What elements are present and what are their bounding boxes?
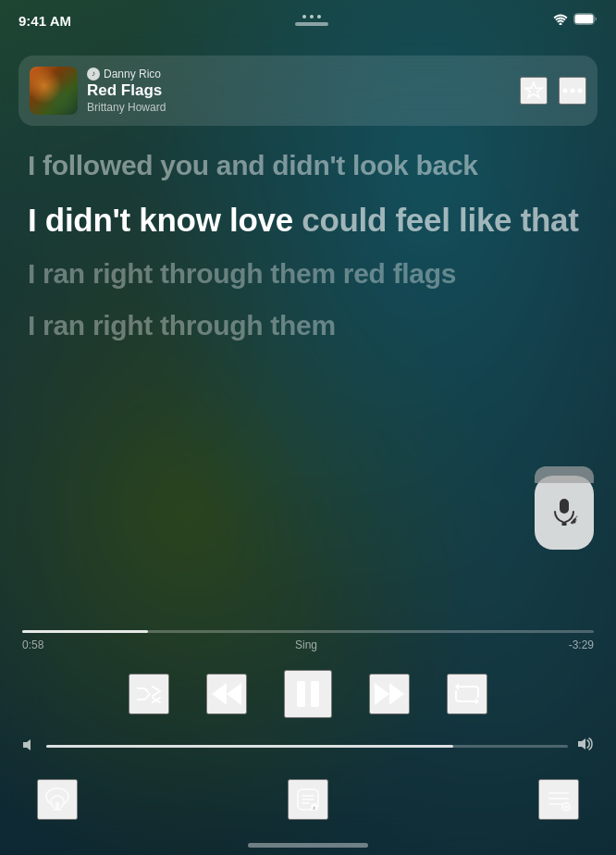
svg-marker-17 [23, 739, 31, 750]
dot3 [317, 15, 321, 19]
progress-bar-bg[interactable] [22, 630, 594, 633]
status-time: 9:41 AM [18, 13, 71, 29]
shuffle-button[interactable] [129, 674, 169, 714]
svg-marker-20 [53, 805, 62, 811]
airplay-button[interactable] [37, 779, 78, 820]
svg-marker-10 [227, 683, 241, 705]
track-info: ♪ Danny Rico Red Flags Brittany Howard [87, 68, 166, 115]
volume-container [22, 737, 594, 755]
dot2 [310, 15, 314, 19]
volume-max-icon [577, 737, 594, 755]
progress-bar-fill [22, 630, 148, 633]
svg-marker-16 [455, 683, 459, 690]
svg-marker-14 [389, 683, 404, 705]
volume-bar[interactable] [46, 745, 568, 748]
app: 9:41 AM [0, 0, 616, 855]
artist-avatar-icon: ♪ [87, 68, 100, 81]
status-line [295, 22, 328, 26]
lyrics-view-button[interactable]: ♪ [288, 779, 328, 820]
status-bar: 9:41 AM [0, 0, 616, 41]
svg-point-5 [578, 89, 583, 93]
lyric-future-1: I ran right through them red flags [28, 256, 588, 291]
svg-point-0 [560, 23, 562, 26]
svg-marker-13 [375, 683, 389, 705]
svg-rect-12 [311, 681, 319, 707]
repeat-button[interactable] [447, 674, 487, 714]
progress-elapsed: 0:58 [22, 638, 43, 651]
status-right [553, 12, 598, 29]
svg-rect-11 [297, 681, 305, 707]
pause-button[interactable] [284, 670, 332, 718]
status-dots [302, 15, 321, 19]
lyric-unsung: could feel like that [302, 202, 578, 238]
battery-icon [573, 12, 598, 29]
mic-handle [535, 466, 594, 483]
album-info: ♪ Danny Rico Red Flags Brittany Howard [30, 67, 166, 115]
favorite-button[interactable] [520, 77, 548, 105]
progress-container: 0:58 Sing -3:29 [0, 630, 616, 651]
more-options-button[interactable] [559, 77, 586, 105]
svg-rect-6 [560, 499, 569, 514]
track-album-artist: Brittany Howard [87, 101, 166, 114]
queue-button[interactable] [538, 779, 579, 820]
track-artist-row: ♪ Danny Rico [87, 68, 166, 81]
svg-text:♪: ♪ [313, 805, 315, 811]
dot1 [302, 15, 306, 19]
volume-bar-fill [46, 745, 453, 748]
now-playing-card: ♪ Danny Rico Red Flags Brittany Howard [18, 56, 598, 126]
sing-mic-button[interactable] [535, 476, 594, 550]
svg-rect-2 [575, 15, 594, 24]
album-art-inner [30, 67, 78, 115]
card-actions [520, 77, 586, 105]
album-art [30, 67, 78, 115]
svg-marker-9 [212, 683, 227, 705]
microphone-icon [549, 497, 579, 533]
progress-label: Sing [295, 638, 317, 651]
lyric-sung: I didn't know love [28, 202, 302, 238]
lyric-future-2: I ran right through them [28, 308, 588, 343]
track-artist: Danny Rico [104, 68, 161, 81]
lyric-active: I didn't know love could feel like that [28, 200, 588, 241]
track-title: Red Flags [87, 82, 166, 100]
wifi-icon [553, 12, 568, 29]
svg-point-4 [571, 89, 575, 93]
svg-point-3 [563, 89, 568, 93]
rewind-button[interactable] [206, 674, 247, 714]
lyric-past-1: I followed you and didn't look back [28, 148, 588, 183]
svg-marker-18 [578, 738, 585, 750]
svg-marker-15 [475, 698, 479, 705]
lyrics-area: I followed you and didn't look back I di… [0, 130, 616, 614]
progress-remaining: -3:29 [569, 638, 594, 651]
fast-forward-button[interactable] [369, 674, 410, 714]
bottom-bar: ♪ [0, 764, 616, 855]
progress-times: 0:58 Sing -3:29 [22, 638, 594, 651]
status-center [295, 15, 328, 26]
volume-min-icon [22, 737, 37, 755]
playback-controls [0, 670, 616, 718]
